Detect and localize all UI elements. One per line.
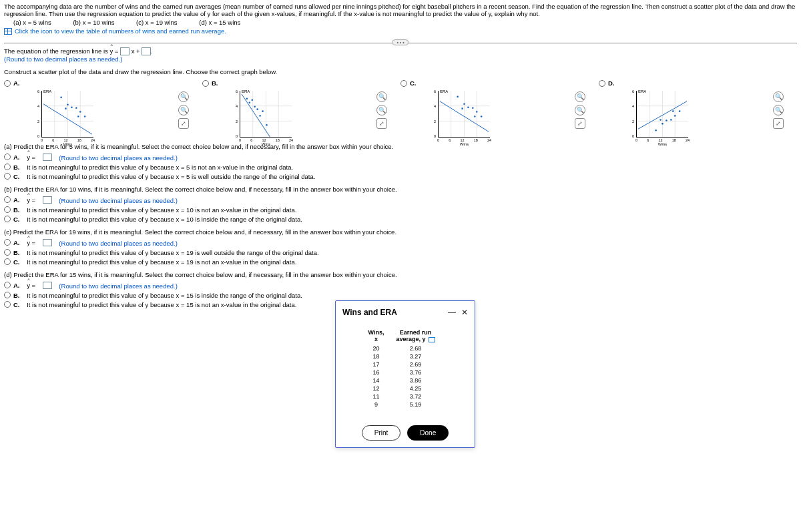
qc-b-label: B. (13, 249, 20, 256)
graph-option-d: D. 🔍 🔍 ⤢ ERA 6420 06121824 Wins (599, 79, 797, 138)
graph-option-c: C. 🔍 🔍 ⤢ ERA 6420 06121824 Wins (400, 79, 599, 138)
radio-b[interactable] (202, 80, 209, 87)
expand-icon[interactable]: ⤢ (376, 118, 387, 129)
qb-a-note: (Round to two decimal places as needed.) (59, 197, 177, 204)
qb-a-input[interactable] (43, 196, 52, 204)
svg-point-48 (655, 129, 657, 131)
qd-a-input[interactable] (43, 282, 52, 289)
svg-point-27 (266, 124, 268, 126)
eq-post: . (151, 47, 153, 55)
svg-point-49 (659, 119, 661, 121)
svg-point-26 (262, 110, 264, 112)
qd-radio-c[interactable] (4, 301, 11, 308)
qc-a-note: (Round to two decimal places as needed.) (59, 240, 177, 247)
qc-a-yhat: y = (27, 239, 35, 246)
close-icon[interactable]: ✕ (461, 308, 468, 313)
svg-line-19 (242, 94, 270, 137)
question-a-head: (a) Predict the ERA for 5 wins, if it is… (4, 143, 797, 150)
intercept-input[interactable] (142, 47, 151, 55)
qa-a-label: A. (13, 154, 20, 161)
svg-point-36 (463, 103, 465, 105)
data-popup: Wins and ERA — ✕ Wins, x Earned run aver… (335, 300, 475, 313)
qa-radio-b[interactable] (4, 164, 11, 170)
expand-icon[interactable]: ⤢ (773, 118, 784, 129)
minimize-icon[interactable]: — (448, 308, 456, 313)
qc-radio-a[interactable] (4, 239, 11, 246)
qb-radio-c[interactable] (4, 216, 11, 222)
qc-c-label: C. (13, 258, 20, 266)
label-a: A. (13, 79, 20, 87)
mini-chart-c: ERA 6420 06121824 Wins (438, 91, 490, 138)
qa-b-label: B. (13, 164, 20, 171)
radio-c[interactable] (400, 80, 407, 87)
svg-point-51 (665, 119, 668, 121)
qa-radio-a[interactable] (4, 154, 11, 160)
radio-d[interactable] (599, 80, 605, 87)
qd-b-text: It is not meaningful to predict this val… (27, 292, 302, 299)
question-c-head: (c) Predict the ERA for 19 wins, if it i… (4, 228, 797, 236)
expand-icon[interactable]: ⤢ (178, 118, 189, 129)
svg-point-35 (461, 107, 463, 109)
svg-point-21 (249, 101, 251, 103)
qc-a-input[interactable] (43, 239, 52, 246)
qb-radio-a[interactable] (4, 196, 11, 203)
radio-a[interactable] (4, 80, 11, 87)
qa-c-text: It is not meaningful to predict this val… (27, 173, 315, 180)
label-c: C. (410, 79, 417, 87)
svg-point-10 (75, 107, 77, 109)
svg-point-11 (77, 115, 79, 117)
svg-point-40 (476, 111, 478, 113)
svg-point-39 (474, 115, 476, 117)
qd-radio-a[interactable] (4, 282, 11, 288)
zoom-in-icon[interactable]: 🔍 (178, 91, 189, 102)
x-values-line: (a) x = 5 wins (b) x = 10 wins (c) x = 1… (4, 19, 797, 26)
qa-radio-c[interactable] (4, 173, 11, 180)
eq-prefix: The equation of the regression line is (4, 47, 109, 55)
zoom-in-icon[interactable]: 🔍 (773, 91, 784, 102)
svg-point-8 (67, 103, 69, 105)
xlabel: Wins (63, 142, 72, 146)
qa-a-note: (Round to two decimal places as needed.) (59, 154, 177, 162)
qd-b-label: B. (13, 292, 20, 299)
mini-chart-d: ERA 6420 06121824 Wins (636, 91, 688, 138)
popup-title: Wins and ERA (342, 308, 397, 313)
qd-c-text: It is not meaningful to predict this val… (27, 301, 296, 308)
view-table-text: Click the icon to view the table of numb… (15, 27, 226, 35)
qa-a-input[interactable] (43, 154, 52, 161)
zoom-in-icon[interactable]: 🔍 (575, 91, 585, 102)
slope-input[interactable] (120, 47, 129, 55)
regression-equation-line: The equation of the regression line is y… (4, 47, 797, 55)
qd-a-yhat: y = (27, 282, 35, 289)
svg-point-34 (457, 96, 459, 98)
svg-point-23 (254, 105, 256, 107)
xlabel: Wins (460, 142, 469, 146)
qc-b-text: It is not meaningful to predict this val… (27, 249, 319, 256)
construct-instruction: Construct a scatter plot of the data and… (4, 68, 797, 75)
qb-radio-b[interactable] (4, 206, 11, 213)
qc-radio-c[interactable] (4, 258, 11, 265)
graph-option-a: A. 🔍 🔍 ⤢ ERA 6420 06121824 Wins (4, 79, 202, 138)
expand-icon[interactable]: ⤢ (575, 118, 585, 129)
svg-point-54 (674, 115, 676, 117)
svg-point-9 (71, 106, 73, 108)
qd-radio-b[interactable] (4, 292, 11, 298)
zoom-out-icon[interactable]: 🔍 (773, 105, 784, 115)
qc-radio-b[interactable] (4, 249, 11, 256)
mini-chart-a: ERA 6420 06121824 Wins (41, 91, 93, 138)
xlabel: Wins (262, 142, 270, 146)
view-table-link[interactable]: Click the icon to view the table of numb… (4, 27, 797, 35)
qb-a-yhat: y = (27, 196, 35, 204)
svg-point-38 (472, 107, 474, 109)
qc-a-label: A. (13, 239, 20, 246)
part-b: (b) x = 10 wins (73, 19, 114, 26)
zoom-out-icon[interactable]: 🔍 (178, 105, 189, 115)
svg-point-6 (60, 97, 62, 99)
zoom-out-icon[interactable]: 🔍 (575, 105, 585, 115)
zoom-in-icon[interactable]: 🔍 (376, 91, 387, 102)
svg-point-25 (259, 115, 261, 117)
part-d: (d) x = 15 wins (199, 19, 240, 26)
zoom-out-icon[interactable]: 🔍 (376, 105, 387, 115)
collapse-toggle[interactable]: • • • (392, 39, 409, 45)
mini-chart-b: ERA 6420 06121824 Wins (240, 91, 292, 138)
svg-point-24 (256, 108, 258, 110)
